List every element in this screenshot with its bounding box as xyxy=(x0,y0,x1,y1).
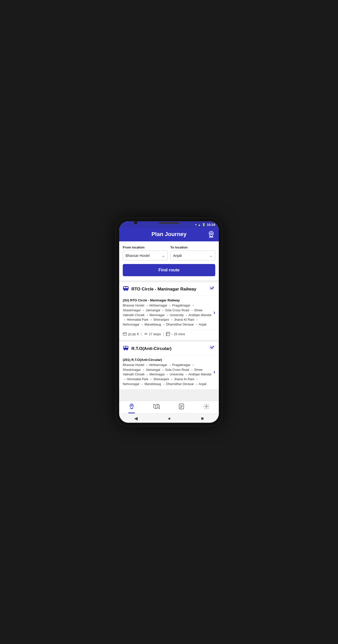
route-name-1: R.T.O(Anti-Circular) xyxy=(131,346,172,351)
svg-rect-5 xyxy=(124,287,126,288)
page-title: Plan Journey xyxy=(132,231,206,238)
route-stops-count-0: 17 stops xyxy=(144,332,161,336)
route-name-0: RTO Circle - Maninagar Railway xyxy=(131,287,196,292)
stops-icon-0 xyxy=(144,332,148,336)
route-body-0: (3U) RTO Circle - Maninagar Railway Bhav… xyxy=(119,296,219,330)
recent-button[interactable]: ■ xyxy=(201,416,204,421)
svg-point-29 xyxy=(131,405,132,406)
route-body-1: (201) R.T.O(Anti-Circular) Bhavsar Hoste… xyxy=(119,355,219,389)
bus-icon-0 xyxy=(123,285,129,293)
to-location-select[interactable]: Anjali ⌄ xyxy=(170,251,215,260)
svg-rect-28 xyxy=(210,346,214,349)
to-location-value: Anjali xyxy=(173,254,182,258)
fare-icon-0 xyxy=(123,332,127,336)
route-header-1: R.T.O(Anti-Circular) xyxy=(119,342,219,355)
back-button[interactable]: ◀ xyxy=(134,416,138,421)
to-location-label: To location xyxy=(170,245,215,249)
stops-value-0: 17 stops xyxy=(149,332,161,336)
android-nav: ◀ ● ■ xyxy=(119,413,219,423)
route-chevron-1[interactable]: › xyxy=(213,369,215,375)
bookmark-icon-0[interactable] xyxy=(209,286,215,293)
nav-item-settings[interactable] xyxy=(203,403,210,412)
nav-item-map[interactable] xyxy=(153,403,160,412)
from-location-label: From location xyxy=(123,245,168,249)
main-content: From location Bhavsar Hostel ⌄ To locati… xyxy=(119,241,219,401)
svg-point-33 xyxy=(132,408,133,409)
home-button[interactable]: ● xyxy=(168,416,171,421)
svg-point-41 xyxy=(206,406,207,407)
fare-value-0: 20.00 ₹ xyxy=(128,332,139,336)
svg-rect-6 xyxy=(126,287,128,288)
status-time: 10:24 xyxy=(207,223,215,227)
svg-marker-34 xyxy=(154,404,159,409)
svg-rect-27 xyxy=(124,349,128,350)
wifi-icon: ▾ xyxy=(195,223,197,226)
route-footer-0: 20.00 ₹ | 17 stops | xyxy=(119,330,219,340)
meta-sep-1: | xyxy=(141,332,142,336)
route-time-0: ~ 25 mins xyxy=(166,332,185,337)
svg-rect-12 xyxy=(123,333,127,335)
route-card-0: RTO Circle - Maninagar Railway (3U) RTO … xyxy=(119,282,219,340)
map-pin-icon[interactable] xyxy=(206,231,215,238)
bottom-nav xyxy=(119,401,219,413)
find-route-button[interactable]: Find route xyxy=(123,264,215,276)
route-stops-1: Bhavsar Hostel → Akhbarnagar → Pragatina… xyxy=(123,363,211,387)
time-icon-0 xyxy=(166,332,170,337)
journey-form: From location Bhavsar Hostel ⌄ To locati… xyxy=(119,241,219,280)
to-chevron-icon: ⌄ xyxy=(209,253,212,258)
svg-point-14 xyxy=(145,333,147,335)
route-fare-0: 20.00 ₹ xyxy=(123,332,139,336)
route-number-1: (201) R.T.O(Anti-Circular) xyxy=(123,358,211,362)
svg-rect-22 xyxy=(124,346,126,348)
from-location-value: Bhavsar Hostel xyxy=(126,254,150,258)
schedule-icon xyxy=(178,403,185,411)
route-number-0: (3U) RTO Circle - Maninagar Railway xyxy=(123,298,211,302)
route-chevron-0[interactable]: › xyxy=(213,309,215,316)
app-header: Plan Journey xyxy=(119,228,219,241)
svg-rect-37 xyxy=(179,404,184,409)
svg-point-0 xyxy=(210,233,212,235)
svg-point-31 xyxy=(131,408,131,409)
bus-icon-1 xyxy=(123,345,129,353)
svg-rect-10 xyxy=(124,290,128,290)
from-location-group: From location Bhavsar Hostel ⌄ xyxy=(123,245,168,260)
settings-icon xyxy=(203,403,210,411)
battery-icon: 🔋 xyxy=(202,223,206,226)
signal-icon: ▲ xyxy=(198,223,201,226)
svg-rect-23 xyxy=(126,346,128,348)
bookmark-icon-1[interactable] xyxy=(209,345,215,352)
time-value-0: ~ 25 mins xyxy=(171,332,185,336)
svg-point-32 xyxy=(131,408,132,409)
svg-rect-7 xyxy=(123,289,128,289)
nav-item-schedule[interactable] xyxy=(178,403,185,412)
route-header-0: RTO Circle - Maninagar Railway xyxy=(119,282,219,296)
svg-rect-11 xyxy=(210,286,214,290)
route-card-1: R.T.O(Anti-Circular) (201) R.T.O(Anti-Ci… xyxy=(119,342,219,389)
plan-icon xyxy=(128,403,135,411)
nav-item-plan[interactable] xyxy=(128,403,135,412)
svg-rect-24 xyxy=(123,348,128,349)
route-stops-0: Bhavsar Hostel → Akhbarnagar → Pragatina… xyxy=(123,303,211,327)
from-location-select[interactable]: Bhavsar Hostel ⌄ xyxy=(123,251,168,260)
from-chevron-icon: ⌄ xyxy=(162,253,165,258)
map-icon xyxy=(153,403,160,411)
to-location-group: To location Anjali ⌄ xyxy=(170,245,215,260)
meta-sep-2: | xyxy=(163,332,164,336)
